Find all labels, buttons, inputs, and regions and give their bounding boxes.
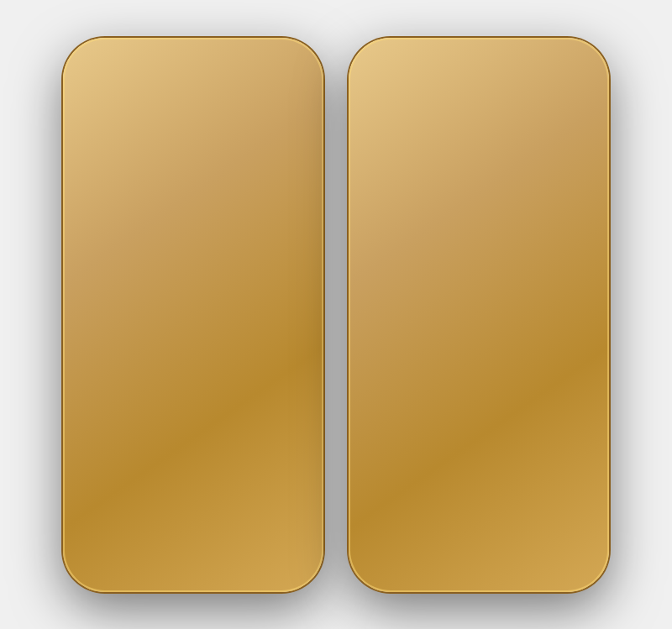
overlay-text: SO THISHAPPENED bbox=[375, 182, 525, 241]
tab-animoji[interactable]: Animoji bbox=[369, 375, 418, 396]
speech-icon: 💬 bbox=[96, 485, 114, 504]
animoji-tab-bar: Animoji Filters Text Stickers Emoji ✕ bbox=[359, 367, 599, 401]
tab-scenes[interactable]: SCENES bbox=[73, 387, 113, 397]
flip-icon: ↻ bbox=[252, 427, 267, 449]
clips-tab-bar: SCENES CAMERA LIBRARY POSTERS bbox=[73, 375, 313, 409]
clips-app: ✨ ⭐ ⭐ ♪ 9:41 bbox=[73, 48, 313, 582]
music-icon[interactable]: ♪ bbox=[290, 92, 297, 107]
sparkle-icon: ✦ bbox=[384, 111, 403, 139]
animoji-panel: Animoji Filters Text Stickers Emoji ✕ bbox=[359, 367, 599, 582]
clips-bottom-bar: 💬 ✦ bbox=[73, 476, 313, 513]
signal-bars-2 bbox=[534, 69, 549, 77]
timeline-thumb-4[interactable] bbox=[224, 527, 263, 570]
camera-viewfinder: ✨ ⭐ ⭐ ♪ bbox=[73, 48, 313, 375]
status-time-2: 9:41 bbox=[377, 66, 399, 78]
timeline-thumb-5[interactable] bbox=[266, 527, 305, 570]
animoji-item-1[interactable] bbox=[371, 414, 438, 481]
tab-camera[interactable]: CAMERA bbox=[130, 384, 191, 401]
wifi-icon-2: ▲ bbox=[551, 68, 560, 78]
status-time-1: 9:41 bbox=[92, 66, 113, 78]
animoji-item-3[interactable] bbox=[522, 414, 590, 481]
tab-posters[interactable]: POSTERS bbox=[266, 387, 313, 397]
phone-1: ✨ ⭐ ⭐ ♪ 9:41 bbox=[63, 38, 323, 592]
battery-icon-1 bbox=[278, 69, 295, 77]
record-button[interactable] bbox=[168, 413, 218, 464]
status-icons-2: ▲ bbox=[534, 68, 580, 78]
flash-button[interactable]: ⚡ bbox=[115, 427, 139, 450]
tab-text[interactable]: Text bbox=[473, 375, 508, 396]
star-sticker-top-left: ⭐ bbox=[98, 115, 136, 150]
tab-stickers[interactable]: Stickers bbox=[513, 375, 566, 396]
phone-2: SO THISHAPPENED ✦ ✦ 9:41 ▲ bbox=[349, 38, 609, 592]
wifi-icon-1: ▲ bbox=[265, 68, 275, 78]
animoji-grid bbox=[359, 401, 599, 494]
effects-star-icon: ✦ bbox=[274, 484, 289, 506]
tab-library[interactable]: LIBRARY bbox=[207, 387, 249, 397]
hold-to-record-bar[interactable] bbox=[139, 476, 248, 513]
lightning-icon: ⚡ bbox=[116, 427, 139, 449]
phone-2-screen: SO THISHAPPENED ✦ ✦ 9:41 ▲ bbox=[359, 48, 599, 582]
animoji-viewfinder: SO THISHAPPENED ✦ ✦ bbox=[359, 48, 599, 367]
notch-2 bbox=[424, 48, 533, 71]
clips2-app: SO THISHAPPENED ✦ ✦ 9:41 ▲ bbox=[359, 48, 599, 582]
clips-timeline: ▶ ⬆ bbox=[73, 515, 313, 582]
camera-controls: ⚡ ↻ bbox=[73, 413, 313, 464]
share-button[interactable]: ⬆ bbox=[308, 540, 313, 556]
speech-bubble-button[interactable]: 💬 bbox=[90, 480, 120, 510]
effects-button[interactable]: ✦ bbox=[266, 480, 297, 510]
status-icons-1: ▲ bbox=[249, 68, 295, 78]
play-button[interactable]: ▶ bbox=[81, 540, 92, 556]
signal-bars-1 bbox=[249, 69, 263, 77]
record-inner bbox=[173, 418, 213, 459]
phone-1-screen: ✨ ⭐ ⭐ ♪ 9:41 bbox=[73, 48, 313, 582]
timeline-thumb-1[interactable] bbox=[98, 527, 137, 570]
timeline-thumb-2[interactable] bbox=[140, 527, 179, 570]
tab-emoji[interactable]: Emoji bbox=[571, 375, 599, 396]
notch-1 bbox=[139, 48, 248, 71]
video-frame-icon bbox=[88, 92, 107, 107]
timeline-thumb-3[interactable] bbox=[182, 527, 221, 570]
battery-icon-2 bbox=[564, 69, 580, 77]
flip-camera-button[interactable]: ↻ bbox=[248, 427, 271, 450]
animoji-item-2[interactable] bbox=[447, 414, 514, 481]
star-sticker-bottom-right: ⭐ bbox=[250, 243, 284, 275]
tab-filters[interactable]: Filters bbox=[423, 375, 468, 396]
